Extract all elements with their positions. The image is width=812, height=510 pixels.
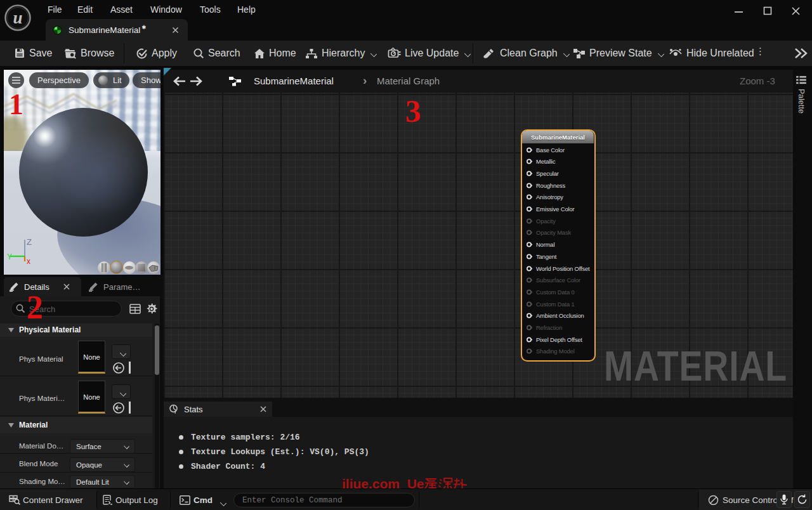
svg-text:i: i — [174, 409, 176, 414]
svg-text:Y: Y — [7, 252, 12, 261]
svg-text:u: u — [13, 8, 22, 27]
svg-text:Z: Z — [27, 237, 32, 247]
svg-text:x: x — [27, 257, 30, 265]
